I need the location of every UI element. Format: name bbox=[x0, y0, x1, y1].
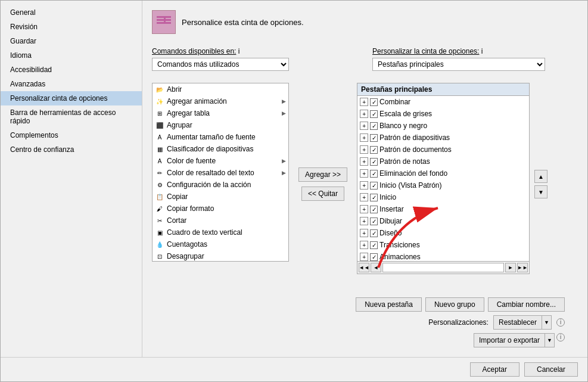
tree-item-patronn[interactable]: +Patrón de notas bbox=[357, 156, 529, 167]
restore-button[interactable]: Restablecer bbox=[494, 316, 542, 329]
sidebar-item-revision[interactable]: Revisión bbox=[1, 20, 142, 34]
restore-info-icon[interactable]: i bbox=[556, 318, 565, 327]
dialog-body: General Revisión Guardar Idioma Accesibi… bbox=[1, 1, 587, 357]
nav-next-btn[interactable]: ► bbox=[505, 263, 516, 272]
main-content: Personalice esta cinta de opciones. Coma… bbox=[142, 1, 587, 357]
restore-split-button[interactable]: Restablecer ▼ bbox=[493, 315, 552, 330]
cut-icon: ✂ bbox=[155, 216, 164, 225]
customize-info-icon[interactable]: i bbox=[481, 47, 483, 55]
list-item[interactable]: ✏Color de resaltado del texto▶ bbox=[153, 167, 288, 179]
list-item[interactable]: ⊞Agregar tabla▶ bbox=[153, 107, 288, 119]
tree-item-animaciones[interactable]: +Animaciones bbox=[357, 251, 529, 262]
ribbon-icon bbox=[152, 10, 176, 34]
list-item[interactable]: AColor de fuente▶ bbox=[153, 155, 288, 167]
dialog-title: Personalice esta cinta de opciones. bbox=[182, 18, 304, 27]
right-panel-container: Pestañas principales +Combinar +Escala d… bbox=[357, 83, 530, 285]
title-row: Personalice esta cinta de opciones. bbox=[152, 10, 578, 34]
sidebar-item-idioma[interactable]: Idioma bbox=[1, 48, 142, 63]
list-item[interactable]: ⊡Desagrupar bbox=[153, 250, 288, 262]
list-item[interactable]: ⬛Agrupar bbox=[153, 119, 288, 131]
tree-item-blancon[interactable]: +Blanco y negro bbox=[357, 120, 529, 132]
restore-dropdown-arrow[interactable]: ▼ bbox=[542, 316, 551, 329]
list-item[interactable]: 🖌Copiar formato bbox=[153, 203, 288, 215]
list-item[interactable]: 📋Copiar bbox=[153, 191, 288, 203]
sidebar-item-avanzadas[interactable]: Avanzadas bbox=[1, 77, 142, 91]
left-panel-container: 📂Abrir ✨Agregar animación▶ ⊞Agregar tabl… bbox=[152, 83, 289, 285]
new-tab-button[interactable]: Nueva pestaña bbox=[356, 297, 422, 312]
sidebar-item-personalizar[interactable]: Personalizar cinta de opciones bbox=[1, 91, 142, 105]
bottom-actions-area: Nueva pestaña Nuevo grupo Cambiar nombre… bbox=[152, 297, 578, 347]
right-panel-nav: ◄◄ ◄ ► ►► bbox=[357, 262, 530, 274]
sidebar-item-centro[interactable]: Centro de confianza bbox=[1, 142, 142, 157]
import-export-split-button[interactable]: Importar o exportar ▼ bbox=[474, 333, 555, 347]
nav-prev-btn[interactable]: ◄ bbox=[371, 263, 381, 272]
ungroup-icon: ⊡ bbox=[155, 251, 164, 261]
group-icon: ⬛ bbox=[155, 120, 164, 130]
middle-buttons: Agregar >> << Quitar bbox=[295, 83, 351, 285]
list-item[interactable]: ✂Cortar bbox=[153, 215, 288, 226]
remove-button[interactable]: << Quitar bbox=[301, 187, 344, 201]
list-item[interactable]: AAumentar tamaño de fuente bbox=[153, 131, 288, 143]
fontsize-icon: A bbox=[155, 132, 164, 142]
cancel-button[interactable]: Cancelar bbox=[524, 362, 578, 377]
table-icon: ⊞ bbox=[155, 108, 164, 118]
new-group-button[interactable]: Nuevo grupo bbox=[425, 297, 484, 312]
tree-item-patrondc[interactable]: +Patrón de documentos bbox=[357, 144, 529, 156]
move-down-btn[interactable]: ▼ bbox=[534, 185, 547, 198]
eyedrop-icon: 💧 bbox=[155, 240, 164, 249]
tree-item-dibujar[interactable]: +Dibujar bbox=[357, 215, 529, 227]
tree-item-combinar[interactable]: +Combinar bbox=[357, 96, 529, 108]
sidebar-item-accesibilidad[interactable]: Accesibilidad bbox=[1, 63, 142, 77]
lists-area: 📂Abrir ✨Agregar animación▶ ⊞Agregar tabl… bbox=[152, 83, 578, 285]
ribbon-svg bbox=[155, 14, 172, 30]
nav-search-input[interactable] bbox=[382, 263, 504, 272]
import-info-icon[interactable]: i bbox=[556, 333, 565, 341]
right-panel-wrapper: Pestañas principales +Combinar +Escala d… bbox=[357, 83, 547, 285]
dropdowns-row: Comandos disponibles en: i Comandos más … bbox=[152, 47, 578, 71]
sidebar-item-complementos[interactable]: Complementos bbox=[1, 128, 142, 142]
sidebar-item-guardar[interactable]: Guardar bbox=[1, 34, 142, 48]
add-button[interactable]: Agregar >> bbox=[298, 167, 347, 182]
rename-button[interactable]: Cambiar nombre... bbox=[488, 297, 565, 312]
anim-icon: ✨ bbox=[155, 97, 164, 106]
nav-last-btn[interactable]: ►► bbox=[517, 263, 528, 272]
dialog-footer: Aceptar Cancelar bbox=[1, 357, 587, 381]
list-item[interactable]: 📂Abrir bbox=[153, 83, 288, 95]
import-export-button[interactable]: Importar o exportar bbox=[474, 334, 545, 347]
list-item[interactable]: ⚙Configuración de la acción bbox=[153, 179, 288, 191]
tree-item-eliminacion[interactable]: +Eliminación del fondo bbox=[357, 167, 529, 179]
svg-rect-3 bbox=[164, 16, 166, 24]
personalizations-label: Personalizaciones: bbox=[428, 318, 489, 327]
list-item[interactable]: 💧Cuentagotas bbox=[153, 238, 288, 250]
list-item[interactable]: ✨Agregar animación▶ bbox=[153, 95, 288, 107]
ribbon-tree[interactable]: Pestañas principales +Combinar +Escala d… bbox=[357, 83, 530, 262]
classifier-icon: ▦ bbox=[155, 144, 164, 154]
tree-item-patrond[interactable]: +Patrón de diapositivas bbox=[357, 132, 529, 144]
tree-item-iniciovp[interactable]: +Inicio (Vista Patrón) bbox=[357, 179, 529, 191]
copy-icon: 📋 bbox=[155, 192, 164, 201]
move-up-btn[interactable]: ▲ bbox=[534, 170, 547, 183]
textbox-icon: ▣ bbox=[155, 228, 164, 237]
customize-dropdown[interactable]: Pestañas principales bbox=[372, 58, 545, 71]
format-icon: 🖌 bbox=[155, 204, 164, 213]
folder-icon: 📂 bbox=[155, 85, 164, 94]
import-export-dropdown-arrow[interactable]: ▼ bbox=[545, 334, 554, 347]
personalizations-row: Personalizaciones: Restablecer ▼ i bbox=[152, 315, 578, 330]
tree-item-escalag[interactable]: +Escala de grises bbox=[357, 108, 529, 120]
list-item[interactable]: ▦Clasificador de diapositivas bbox=[153, 143, 288, 155]
commands-list[interactable]: 📂Abrir ✨Agregar animación▶ ⊞Agregar tabl… bbox=[152, 83, 289, 262]
commands-label: Comandos disponibles en: i bbox=[152, 47, 289, 55]
accept-button[interactable]: Aceptar bbox=[470, 362, 519, 377]
tree-item-insertar[interactable]: +Insertar bbox=[357, 203, 529, 215]
commands-dropdown[interactable]: Comandos más utilizados bbox=[152, 58, 289, 71]
options-dialog: General Revisión Guardar Idioma Accesibi… bbox=[0, 0, 588, 382]
tree-item-transiciones[interactable]: +Transiciones bbox=[357, 239, 529, 251]
right-arrows: ▲ ▼ bbox=[532, 83, 547, 285]
tree-item-inicio[interactable]: +Inicio bbox=[357, 191, 529, 203]
sidebar-item-general[interactable]: General bbox=[1, 5, 142, 20]
nav-first-btn[interactable]: ◄◄ bbox=[359, 263, 369, 272]
commands-info-icon[interactable]: i bbox=[238, 47, 240, 55]
list-item[interactable]: ▣Cuadro de texto vertical bbox=[153, 226, 288, 238]
tree-item-diseno[interactable]: +Diseño bbox=[357, 227, 529, 239]
sidebar-item-barra[interactable]: Barra de herramientas de acceso rápido bbox=[1, 105, 142, 128]
